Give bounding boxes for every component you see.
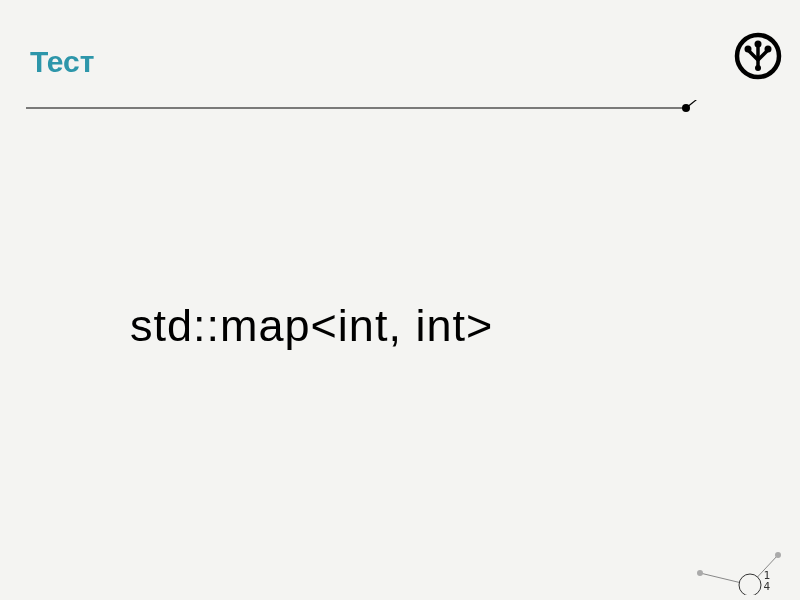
slide-content: std::map<int, int>: [130, 300, 493, 352]
svg-point-4: [755, 65, 761, 71]
tree-logo-icon: [734, 32, 782, 80]
slide-title: Тест: [30, 45, 95, 79]
header-divider-line: [26, 100, 786, 160]
svg-point-16: [739, 574, 761, 595]
page-number-2: 4: [763, 581, 770, 592]
svg-point-6: [765, 46, 772, 53]
svg-point-11: [682, 104, 690, 112]
page-number: 1 4: [763, 570, 770, 592]
svg-point-5: [745, 46, 752, 53]
svg-point-15: [775, 552, 781, 558]
svg-line-10: [686, 100, 746, 108]
footer-decoration-icon: [690, 535, 790, 595]
svg-point-14: [697, 570, 703, 576]
